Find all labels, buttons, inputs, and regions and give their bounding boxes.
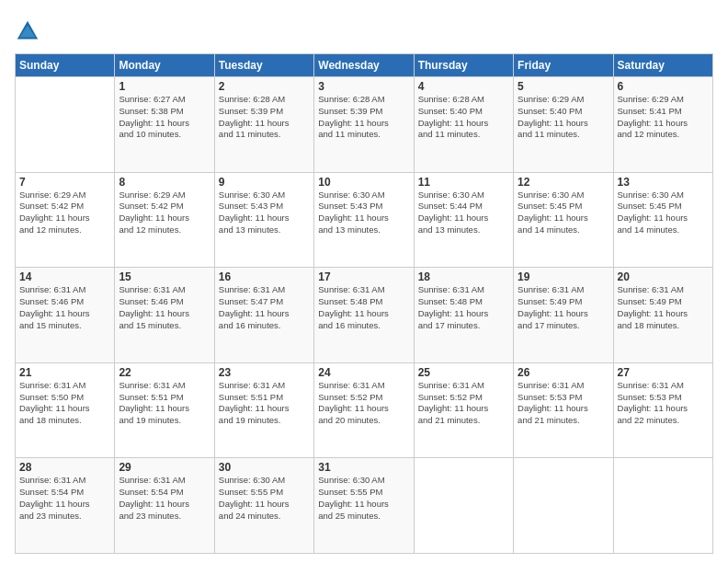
week-row-0: 1Sunrise: 6:27 AM Sunset: 5:38 PM Daylig… — [16, 77, 713, 173]
day-info: Sunrise: 6:29 AM Sunset: 5:42 PM Dayligh… — [19, 190, 110, 236]
day-info: Sunrise: 6:31 AM Sunset: 5:51 PM Dayligh… — [219, 380, 310, 427]
day-info: Sunrise: 6:28 AM Sunset: 5:39 PM Dayligh… — [219, 94, 310, 141]
day-cell: 7Sunrise: 6:29 AM Sunset: 5:42 PM Daylig… — [16, 172, 115, 268]
day-info: Sunrise: 6:31 AM Sunset: 5:46 PM Dayligh… — [119, 284, 210, 331]
day-number: 16 — [219, 270, 310, 283]
weekday-header-friday: Friday — [514, 54, 613, 77]
day-info: Sunrise: 6:30 AM Sunset: 5:43 PM Dayligh… — [219, 190, 310, 236]
day-info: Sunrise: 6:31 AM Sunset: 5:53 PM Dayligh… — [618, 380, 709, 427]
day-cell: 10Sunrise: 6:30 AM Sunset: 5:43 PM Dayli… — [314, 172, 414, 268]
day-number: 27 — [618, 366, 709, 379]
day-info: Sunrise: 6:31 AM Sunset: 5:48 PM Dayligh… — [318, 284, 409, 331]
day-number: 14 — [19, 270, 110, 283]
day-number: 10 — [318, 176, 409, 189]
day-info: Sunrise: 6:31 AM Sunset: 5:47 PM Dayligh… — [219, 284, 310, 331]
day-number: 3 — [318, 80, 409, 93]
day-info: Sunrise: 6:31 AM Sunset: 5:52 PM Dayligh… — [418, 380, 509, 427]
day-cell: 8Sunrise: 6:29 AM Sunset: 5:42 PM Daylig… — [115, 172, 214, 268]
day-number: 28 — [19, 461, 110, 474]
day-number: 5 — [518, 80, 609, 93]
day-number: 26 — [518, 366, 609, 379]
day-info: Sunrise: 6:31 AM Sunset: 5:49 PM Dayligh… — [518, 284, 609, 331]
day-cell — [414, 458, 513, 554]
day-info: Sunrise: 6:28 AM Sunset: 5:39 PM Dayligh… — [318, 94, 409, 141]
day-number: 12 — [518, 176, 609, 189]
day-number: 8 — [119, 176, 210, 189]
day-cell: 24Sunrise: 6:31 AM Sunset: 5:52 PM Dayli… — [314, 362, 414, 458]
week-row-1: 7Sunrise: 6:29 AM Sunset: 5:42 PM Daylig… — [16, 172, 713, 268]
day-info: Sunrise: 6:31 AM Sunset: 5:54 PM Dayligh… — [119, 475, 210, 522]
day-number: 31 — [318, 461, 409, 474]
day-cell: 17Sunrise: 6:31 AM Sunset: 5:48 PM Dayli… — [314, 268, 414, 363]
logo-icon — [15, 18, 40, 44]
day-info: Sunrise: 6:31 AM Sunset: 5:46 PM Dayligh… — [19, 284, 110, 331]
day-number: 25 — [418, 366, 509, 379]
header — [15, 15, 713, 44]
day-cell: 27Sunrise: 6:31 AM Sunset: 5:53 PM Dayli… — [613, 362, 712, 458]
day-number: 24 — [318, 366, 409, 379]
logo — [15, 18, 44, 44]
day-info: Sunrise: 6:31 AM Sunset: 5:48 PM Dayligh… — [418, 284, 509, 331]
day-cell: 1Sunrise: 6:27 AM Sunset: 5:38 PM Daylig… — [115, 77, 214, 173]
day-cell: 3Sunrise: 6:28 AM Sunset: 5:39 PM Daylig… — [314, 77, 414, 173]
day-number: 18 — [418, 270, 509, 283]
week-row-3: 21Sunrise: 6:31 AM Sunset: 5:50 PM Dayli… — [16, 362, 713, 458]
day-cell: 6Sunrise: 6:29 AM Sunset: 5:41 PM Daylig… — [613, 77, 712, 173]
day-cell: 13Sunrise: 6:30 AM Sunset: 5:45 PM Dayli… — [613, 172, 712, 268]
weekday-header-wednesday: Wednesday — [314, 54, 414, 77]
day-number: 1 — [119, 80, 210, 93]
day-number: 20 — [618, 270, 709, 283]
day-cell: 5Sunrise: 6:29 AM Sunset: 5:40 PM Daylig… — [514, 77, 613, 173]
day-info: Sunrise: 6:29 AM Sunset: 5:42 PM Dayligh… — [119, 190, 210, 236]
day-cell: 31Sunrise: 6:30 AM Sunset: 5:55 PM Dayli… — [314, 458, 414, 554]
day-number: 7 — [19, 176, 110, 189]
day-info: Sunrise: 6:30 AM Sunset: 5:43 PM Dayligh… — [318, 190, 409, 236]
day-cell: 28Sunrise: 6:31 AM Sunset: 5:54 PM Dayli… — [16, 458, 115, 554]
day-number: 11 — [418, 176, 509, 189]
day-info: Sunrise: 6:30 AM Sunset: 5:45 PM Dayligh… — [618, 190, 709, 236]
day-info: Sunrise: 6:28 AM Sunset: 5:40 PM Dayligh… — [418, 94, 509, 141]
day-cell: 26Sunrise: 6:31 AM Sunset: 5:53 PM Dayli… — [514, 362, 613, 458]
day-info: Sunrise: 6:30 AM Sunset: 5:44 PM Dayligh… — [418, 190, 509, 236]
day-number: 29 — [119, 461, 210, 474]
day-number: 21 — [19, 366, 110, 379]
weekday-header-thursday: Thursday — [414, 54, 513, 77]
page: SundayMondayTuesdayWednesdayThursdayFrid… — [0, 0, 728, 563]
day-cell: 29Sunrise: 6:31 AM Sunset: 5:54 PM Dayli… — [115, 458, 214, 554]
weekday-header-row: SundayMondayTuesdayWednesdayThursdayFrid… — [16, 54, 713, 77]
day-info: Sunrise: 6:27 AM Sunset: 5:38 PM Dayligh… — [119, 94, 210, 141]
day-number: 13 — [618, 176, 709, 189]
day-cell — [514, 458, 613, 554]
day-number: 4 — [418, 80, 509, 93]
weekday-header-tuesday: Tuesday — [214, 54, 313, 77]
calendar: SundayMondayTuesdayWednesdayThursdayFrid… — [15, 53, 713, 554]
week-row-4: 28Sunrise: 6:31 AM Sunset: 5:54 PM Dayli… — [16, 458, 713, 554]
day-number: 23 — [219, 366, 310, 379]
day-cell: 20Sunrise: 6:31 AM Sunset: 5:49 PM Dayli… — [613, 268, 712, 363]
day-cell: 16Sunrise: 6:31 AM Sunset: 5:47 PM Dayli… — [214, 268, 313, 363]
day-cell: 4Sunrise: 6:28 AM Sunset: 5:40 PM Daylig… — [414, 77, 513, 173]
day-info: Sunrise: 6:31 AM Sunset: 5:49 PM Dayligh… — [618, 284, 709, 331]
day-cell: 18Sunrise: 6:31 AM Sunset: 5:48 PM Dayli… — [414, 268, 513, 363]
day-cell: 23Sunrise: 6:31 AM Sunset: 5:51 PM Dayli… — [214, 362, 313, 458]
day-number: 2 — [219, 80, 310, 93]
day-cell: 19Sunrise: 6:31 AM Sunset: 5:49 PM Dayli… — [514, 268, 613, 363]
day-cell: 2Sunrise: 6:28 AM Sunset: 5:39 PM Daylig… — [214, 77, 313, 173]
day-info: Sunrise: 6:29 AM Sunset: 5:41 PM Dayligh… — [618, 94, 709, 141]
day-cell: 21Sunrise: 6:31 AM Sunset: 5:50 PM Dayli… — [16, 362, 115, 458]
day-info: Sunrise: 6:30 AM Sunset: 5:45 PM Dayligh… — [518, 190, 609, 236]
day-cell: 11Sunrise: 6:30 AM Sunset: 5:44 PM Dayli… — [414, 172, 513, 268]
day-cell: 22Sunrise: 6:31 AM Sunset: 5:51 PM Dayli… — [115, 362, 214, 458]
day-number: 17 — [318, 270, 409, 283]
day-cell: 30Sunrise: 6:30 AM Sunset: 5:55 PM Dayli… — [214, 458, 313, 554]
day-cell: 12Sunrise: 6:30 AM Sunset: 5:45 PM Dayli… — [514, 172, 613, 268]
day-info: Sunrise: 6:31 AM Sunset: 5:52 PM Dayligh… — [318, 380, 409, 427]
day-cell: 25Sunrise: 6:31 AM Sunset: 5:52 PM Dayli… — [414, 362, 513, 458]
day-number: 19 — [518, 270, 609, 283]
weekday-header-sunday: Sunday — [16, 54, 115, 77]
day-number: 15 — [119, 270, 210, 283]
day-cell: 14Sunrise: 6:31 AM Sunset: 5:46 PM Dayli… — [16, 268, 115, 363]
day-info: Sunrise: 6:31 AM Sunset: 5:53 PM Dayligh… — [518, 380, 609, 427]
day-cell — [16, 77, 115, 173]
day-number: 6 — [618, 80, 709, 93]
